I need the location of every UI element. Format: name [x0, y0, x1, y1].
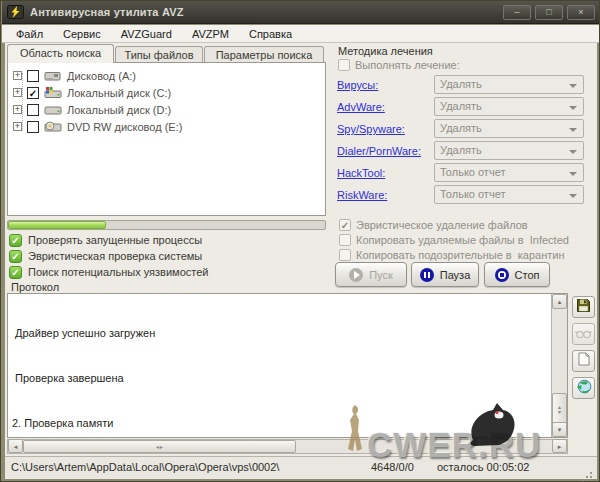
- perform-treatment-label: Выполнять лечение:: [355, 59, 460, 71]
- floppy-drive-icon: [44, 70, 62, 81]
- checkbox-checked-icon[interactable]: ✓: [9, 250, 22, 263]
- combo-dialer-pornware[interactable]: Удалять: [434, 141, 584, 160]
- thumb-grip-right-icon: ▸: [160, 443, 163, 450]
- option-label: Поиск потенциальных уязвимостей: [28, 266, 208, 278]
- statusbar: C:\Users\Artem\AppData\Local\Opera\Opera…: [5, 456, 597, 478]
- combo-spyware[interactable]: Удалять: [434, 119, 584, 138]
- menu-help[interactable]: Справка: [239, 27, 302, 41]
- save-log-button[interactable]: [572, 296, 595, 318]
- option-heuristic-check[interactable]: ✓ Эвристическая проверка системы: [9, 249, 202, 263]
- scroll-down-icon[interactable]: ▾: [552, 422, 567, 437]
- play-icon: [349, 268, 363, 282]
- tree-item-label[interactable]: Локальный диск (C:): [67, 87, 171, 99]
- combo-viruses[interactable]: Удалять: [434, 75, 584, 94]
- perform-treatment-checkbox[interactable]: ✓: [338, 59, 350, 71]
- protocol-title: Протокол: [11, 281, 59, 293]
- drive-c-checkbox[interactable]: ✓: [27, 87, 39, 99]
- expand-icon[interactable]: +: [13, 122, 22, 131]
- perform-treatment-checkbox-row[interactable]: ✓ Выполнять лечение:: [338, 59, 460, 71]
- tree-item-label[interactable]: Локальный диск (D:): [67, 104, 171, 116]
- tree-row-drive-a[interactable]: + ✓ Дисковод (A:): [8, 67, 325, 84]
- copy-infected-checkbox[interactable]: ✓: [339, 234, 351, 246]
- avz-window: Антивирусная утилита AVZ – □ × Файл Серв…: [0, 0, 600, 482]
- expand-icon[interactable]: +: [13, 71, 22, 80]
- menu-service[interactable]: Сервис: [53, 27, 111, 41]
- tree-row-drive-d[interactable]: + ✓ Локальный диск (D:): [8, 101, 325, 118]
- option-label: Эвристическая проверка системы: [28, 250, 202, 262]
- combo-riskware[interactable]: Только отчет: [434, 185, 584, 204]
- log-line: Драйвер успешно загружен: [12, 326, 549, 341]
- pause-icon: [420, 268, 434, 282]
- start-button-label: Пуск: [369, 269, 393, 281]
- treatment-section-title: Методика лечения: [338, 45, 433, 57]
- menu-file[interactable]: Файл: [6, 27, 53, 41]
- scan-counter: 4648/0/0: [371, 461, 414, 473]
- network-update-button[interactable]: [572, 377, 595, 399]
- tree-row-drive-e[interactable]: + ✓ DVD RW дисковод (E:): [8, 118, 325, 135]
- log-horizontal-scrollbar[interactable]: ◂ ◂ ▸ ▸: [7, 439, 568, 454]
- scan-progress-bar: [7, 220, 326, 230]
- drive-a-checkbox[interactable]: ✓: [27, 70, 39, 82]
- view-log-button[interactable]: [572, 323, 595, 345]
- combo-hacktool[interactable]: Только отчет: [434, 163, 584, 182]
- tab-search-params[interactable]: Параметры поиска: [204, 46, 324, 63]
- link-spyware[interactable]: Spy/Spyware:: [337, 123, 405, 135]
- check-icon: ✓: [340, 220, 350, 231]
- protocol-log-text: Драйвер успешно загружен Проверка заверш…: [12, 296, 549, 438]
- titlebar[interactable]: Антивирусная утилита AVZ – □ ×: [2, 1, 600, 24]
- scroll-right-icon[interactable]: ▸: [552, 439, 567, 453]
- globe-icon: [576, 379, 592, 398]
- maximize-icon[interactable]: □: [535, 5, 563, 20]
- menu-avzguard[interactable]: AVZGuard: [111, 27, 182, 41]
- tab-file-types[interactable]: Типы файлов: [115, 46, 203, 63]
- resize-grip[interactable]: [590, 472, 592, 474]
- stop-button[interactable]: Стоп: [484, 262, 550, 287]
- option-check-processes[interactable]: ✓ Проверять запущенные процессы: [9, 233, 202, 247]
- start-button[interactable]: Пуск: [335, 262, 407, 287]
- tree-item-label[interactable]: DVD RW дисковод (E:): [67, 121, 182, 133]
- tree-row-drive-c[interactable]: + ✓ Локальный диск (C:): [8, 84, 325, 101]
- link-hacktool[interactable]: HackTool:: [337, 167, 385, 179]
- thumb-grip-down-icon: ▾: [558, 410, 561, 415]
- drive-e-checkbox[interactable]: ✓: [27, 121, 39, 133]
- link-adware[interactable]: AdvWare:: [337, 101, 385, 113]
- checkbox-checked-icon[interactable]: ✓: [9, 234, 22, 247]
- protocol-log[interactable]: Драйвер успешно загружен Проверка заверш…: [7, 293, 568, 438]
- drive-tree[interactable]: + ✓ Дисковод (A:) + ✓ Локальный диск (C:…: [7, 62, 326, 216]
- tab-search-area[interactable]: Область поиска: [7, 44, 114, 63]
- new-document-icon: [578, 352, 590, 370]
- current-scan-path: C:\Users\Artem\AppData\Local\Opera\Opera…: [11, 461, 279, 473]
- checkbox-checked-icon[interactable]: ✓: [9, 266, 22, 279]
- link-viruses[interactable]: Вирусы:: [337, 79, 378, 91]
- expand-icon[interactable]: +: [13, 105, 22, 114]
- link-riskware[interactable]: RiskWare:: [337, 189, 387, 201]
- copy-quarantine-checkbox[interactable]: ✓: [339, 249, 351, 261]
- hard-drive-icon: [44, 104, 62, 115]
- menu-avzpm[interactable]: AVZPM: [182, 27, 239, 41]
- close-icon[interactable]: ×: [567, 5, 595, 20]
- dvd-drive-icon: [44, 121, 62, 132]
- window-controls: – □ ×: [503, 5, 595, 20]
- option-copy-to-infected[interactable]: ✓ Копировать удаляемые файлы в Infected: [339, 233, 569, 246]
- expand-icon[interactable]: +: [13, 88, 22, 97]
- drive-d-checkbox[interactable]: ✓: [27, 104, 39, 116]
- app-icon: [7, 5, 24, 19]
- tree-item-label[interactable]: Дисковод (A:): [67, 70, 136, 82]
- horizontal-scroll-thumb[interactable]: ◂ ▸: [23, 440, 296, 453]
- scroll-left-icon[interactable]: ◂: [8, 439, 23, 453]
- stop-button-label: Стоп: [515, 269, 540, 281]
- minimize-icon[interactable]: –: [503, 5, 531, 20]
- log-vertical-scrollbar[interactable]: ▴ ▴ ▾ ▾: [551, 294, 567, 437]
- scroll-up-icon[interactable]: ▴: [552, 294, 567, 309]
- link-dialer-pornware[interactable]: Dialer/PornWare:: [337, 145, 421, 157]
- option-heuristic-delete[interactable]: ✓ Эвристическое удаление файлов: [339, 218, 528, 231]
- new-log-button[interactable]: [572, 350, 595, 372]
- pause-button[interactable]: Пауза: [411, 262, 479, 287]
- window-title: Антивирусная утилита AVZ: [30, 6, 184, 18]
- option-copy-to-quarantine[interactable]: ✓ Копировать подозрительные в карантин: [339, 248, 565, 261]
- heuristic-delete-checkbox[interactable]: ✓: [339, 219, 351, 231]
- time-remaining: осталось 00:05:02: [437, 461, 529, 473]
- option-vulnerability-search[interactable]: ✓ Поиск потенциальных уязвимостей: [9, 265, 208, 279]
- option-label: Копировать подозрительные в карантин: [356, 249, 565, 261]
- combo-adware[interactable]: Удалять: [434, 97, 584, 116]
